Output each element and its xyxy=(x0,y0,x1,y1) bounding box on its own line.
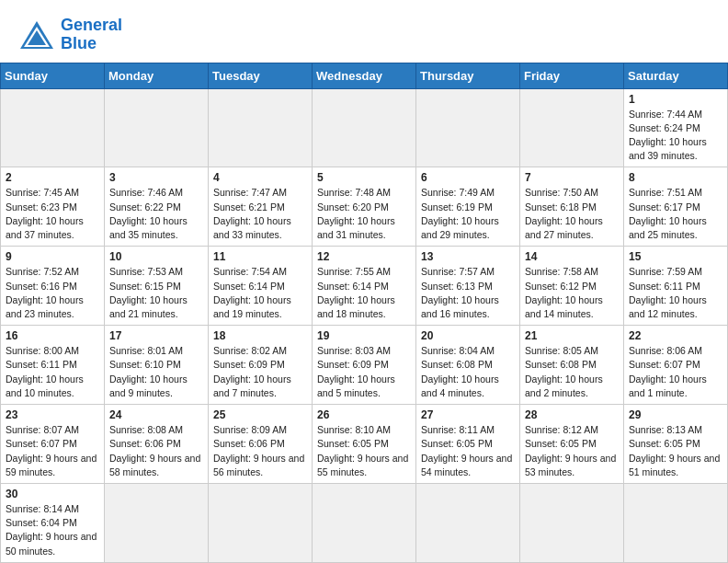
day-cell: 1Sunrise: 7:44 AM Sunset: 6:24 PM Daylig… xyxy=(624,88,728,167)
day-cell: 23Sunrise: 8:07 AM Sunset: 6:07 PM Dayli… xyxy=(1,405,105,484)
day-cell xyxy=(209,88,313,167)
day-number: 12 xyxy=(317,250,411,263)
day-cell: 3Sunrise: 7:46 AM Sunset: 6:22 PM Daylig… xyxy=(105,167,209,247)
day-info: Sunrise: 8:07 AM Sunset: 6:07 PM Dayligh… xyxy=(6,423,99,479)
day-cell: 28Sunrise: 8:12 AM Sunset: 6:05 PM Dayli… xyxy=(520,405,624,484)
day-cell: 20Sunrise: 8:04 AM Sunset: 6:08 PM Dayli… xyxy=(416,326,520,405)
day-info: Sunrise: 7:48 AM Sunset: 6:20 PM Dayligh… xyxy=(317,186,411,242)
day-cell xyxy=(416,88,520,167)
week-row-1: 1Sunrise: 7:44 AM Sunset: 6:24 PM Daylig… xyxy=(1,88,728,167)
day-cell xyxy=(313,88,416,167)
weekday-header-wednesday: Wednesday xyxy=(313,63,416,88)
weekday-header-row: SundayMondayTuesdayWednesdayThursdayFrid… xyxy=(1,63,728,88)
day-cell xyxy=(209,483,313,562)
day-number: 30 xyxy=(6,488,99,500)
day-info: Sunrise: 8:01 AM Sunset: 6:10 PM Dayligh… xyxy=(109,344,203,400)
logo: General Blue xyxy=(18,17,122,53)
day-number: 17 xyxy=(109,329,203,342)
logo-blue: Blue xyxy=(61,34,97,52)
day-info: Sunrise: 8:00 AM Sunset: 6:11 PM Dayligh… xyxy=(6,344,99,400)
weekday-header-saturday: Saturday xyxy=(624,63,728,88)
day-number: 20 xyxy=(421,329,515,342)
day-number: 15 xyxy=(629,250,722,263)
day-cell: 13Sunrise: 7:57 AM Sunset: 6:13 PM Dayli… xyxy=(416,247,520,326)
day-cell: 2Sunrise: 7:45 AM Sunset: 6:23 PM Daylig… xyxy=(1,167,105,247)
day-info: Sunrise: 8:13 AM Sunset: 6:05 PM Dayligh… xyxy=(629,423,722,479)
day-info: Sunrise: 7:52 AM Sunset: 6:16 PM Dayligh… xyxy=(6,265,99,321)
day-info: Sunrise: 7:51 AM Sunset: 6:17 PM Dayligh… xyxy=(629,186,722,242)
day-cell: 16Sunrise: 8:00 AM Sunset: 6:11 PM Dayli… xyxy=(1,326,105,405)
day-cell: 27Sunrise: 8:11 AM Sunset: 6:05 PM Dayli… xyxy=(416,405,520,484)
day-info: Sunrise: 7:45 AM Sunset: 6:23 PM Dayligh… xyxy=(6,186,99,242)
day-number: 25 xyxy=(213,408,307,421)
day-info: Sunrise: 8:02 AM Sunset: 6:09 PM Dayligh… xyxy=(213,344,307,400)
day-number: 1 xyxy=(629,93,722,106)
day-cell: 14Sunrise: 7:58 AM Sunset: 6:12 PM Dayli… xyxy=(520,247,624,326)
day-number: 7 xyxy=(525,171,619,184)
day-info: Sunrise: 7:53 AM Sunset: 6:15 PM Dayligh… xyxy=(109,265,203,321)
day-info: Sunrise: 7:49 AM Sunset: 6:19 PM Dayligh… xyxy=(421,186,515,242)
day-info: Sunrise: 7:44 AM Sunset: 6:24 PM Dayligh… xyxy=(629,108,722,164)
logo-icon xyxy=(18,19,55,51)
day-number: 8 xyxy=(629,171,722,184)
day-info: Sunrise: 7:57 AM Sunset: 6:13 PM Dayligh… xyxy=(421,265,515,321)
day-info: Sunrise: 7:58 AM Sunset: 6:12 PM Dayligh… xyxy=(525,265,619,321)
day-cell: 6Sunrise: 7:49 AM Sunset: 6:19 PM Daylig… xyxy=(416,167,520,247)
day-info: Sunrise: 8:03 AM Sunset: 6:09 PM Dayligh… xyxy=(317,344,411,400)
day-number: 21 xyxy=(525,329,619,342)
day-number: 16 xyxy=(6,329,99,342)
day-number: 6 xyxy=(421,171,515,184)
day-info: Sunrise: 8:11 AM Sunset: 6:05 PM Dayligh… xyxy=(421,423,515,479)
day-cell xyxy=(105,88,209,167)
day-cell: 11Sunrise: 7:54 AM Sunset: 6:14 PM Dayli… xyxy=(209,247,313,326)
day-cell: 10Sunrise: 7:53 AM Sunset: 6:15 PM Dayli… xyxy=(105,247,209,326)
day-number: 13 xyxy=(421,250,515,263)
day-info: Sunrise: 8:14 AM Sunset: 6:04 PM Dayligh… xyxy=(6,502,99,558)
week-row-4: 16Sunrise: 8:00 AM Sunset: 6:11 PM Dayli… xyxy=(1,326,728,405)
day-number: 9 xyxy=(6,250,99,263)
day-number: 19 xyxy=(317,329,411,342)
day-cell: 12Sunrise: 7:55 AM Sunset: 6:14 PM Dayli… xyxy=(313,247,416,326)
weekday-header-monday: Monday xyxy=(105,63,209,88)
day-cell xyxy=(416,483,520,562)
day-info: Sunrise: 8:05 AM Sunset: 6:08 PM Dayligh… xyxy=(525,344,619,400)
calendar: SundayMondayTuesdayWednesdayThursdayFrid… xyxy=(0,63,728,563)
day-cell xyxy=(520,88,624,167)
day-number: 4 xyxy=(213,171,307,184)
weekday-header-thursday: Thursday xyxy=(416,63,520,88)
day-number: 11 xyxy=(213,250,307,263)
day-cell xyxy=(105,483,209,562)
day-cell: 18Sunrise: 8:02 AM Sunset: 6:09 PM Dayli… xyxy=(209,326,313,405)
week-row-3: 9Sunrise: 7:52 AM Sunset: 6:16 PM Daylig… xyxy=(1,247,728,326)
day-cell: 17Sunrise: 8:01 AM Sunset: 6:10 PM Dayli… xyxy=(105,326,209,405)
day-cell: 25Sunrise: 8:09 AM Sunset: 6:06 PM Dayli… xyxy=(209,405,313,484)
day-cell xyxy=(1,88,105,167)
day-cell xyxy=(520,483,624,562)
day-number: 24 xyxy=(109,408,203,421)
day-number: 22 xyxy=(629,329,722,342)
day-number: 3 xyxy=(109,171,203,184)
day-cell: 8Sunrise: 7:51 AM Sunset: 6:17 PM Daylig… xyxy=(624,167,728,247)
day-number: 5 xyxy=(317,171,411,184)
day-info: Sunrise: 7:46 AM Sunset: 6:22 PM Dayligh… xyxy=(109,186,203,242)
day-number: 28 xyxy=(525,408,619,421)
day-info: Sunrise: 7:59 AM Sunset: 6:11 PM Dayligh… xyxy=(629,265,722,321)
week-row-2: 2Sunrise: 7:45 AM Sunset: 6:23 PM Daylig… xyxy=(1,167,728,247)
logo-text: General Blue xyxy=(61,17,122,53)
day-cell: 22Sunrise: 8:06 AM Sunset: 6:07 PM Dayli… xyxy=(624,326,728,405)
day-cell: 4Sunrise: 7:47 AM Sunset: 6:21 PM Daylig… xyxy=(209,167,313,247)
day-info: Sunrise: 8:06 AM Sunset: 6:07 PM Dayligh… xyxy=(629,344,722,400)
day-info: Sunrise: 7:47 AM Sunset: 6:21 PM Dayligh… xyxy=(213,186,307,242)
logo-general: General xyxy=(61,16,122,34)
weekday-header-sunday: Sunday xyxy=(1,63,105,88)
day-number: 27 xyxy=(421,408,515,421)
day-cell xyxy=(624,483,728,562)
day-info: Sunrise: 7:55 AM Sunset: 6:14 PM Dayligh… xyxy=(317,265,411,321)
week-row-6: 30Sunrise: 8:14 AM Sunset: 6:04 PM Dayli… xyxy=(1,483,728,562)
day-cell: 29Sunrise: 8:13 AM Sunset: 6:05 PM Dayli… xyxy=(624,405,728,484)
day-info: Sunrise: 7:54 AM Sunset: 6:14 PM Dayligh… xyxy=(213,265,307,321)
day-number: 23 xyxy=(6,408,99,421)
day-info: Sunrise: 7:50 AM Sunset: 6:18 PM Dayligh… xyxy=(525,186,619,242)
day-cell: 30Sunrise: 8:14 AM Sunset: 6:04 PM Dayli… xyxy=(1,483,105,562)
weekday-header-tuesday: Tuesday xyxy=(209,63,313,88)
